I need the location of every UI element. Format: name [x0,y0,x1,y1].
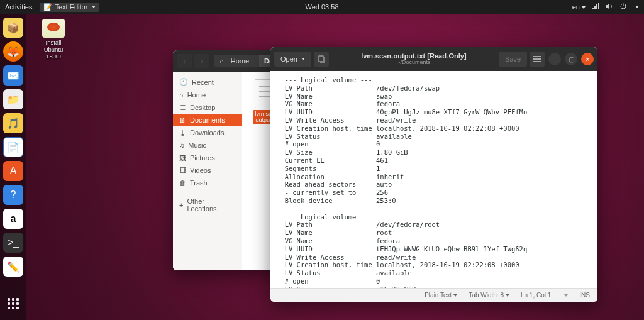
gedit-headerbar: Open lvm-scan-output.txt [Read-Only] ~/D… [270,47,597,71]
back-button[interactable]: ‹ [177,54,192,68]
sidebar-item-documents[interactable]: 🗎Documents [173,114,242,126]
network-icon[interactable] [592,3,599,11]
documents-icon: 🗎 [179,116,186,124]
hamburger-button[interactable] [530,52,545,67]
minimize-button[interactable]: — [548,53,561,65]
sidebar-item-pictures[interactable]: 🖼Pictures [173,152,242,164]
sidebar-item-music[interactable]: ♫Music [173,139,242,152]
status-type[interactable]: Plain Text [425,292,457,299]
system-tray: en [572,3,639,11]
maximize-button[interactable]: ▢ [565,53,577,65]
new-tab-button[interactable] [314,52,329,67]
chevron-down-icon [635,6,639,8]
sidebar-item-other[interactable]: +Other Locations [173,195,242,215]
dock-files[interactable]: 📁 [3,89,23,109]
text-content[interactable]: --- Logical volume --- LV Path /dev/fedo… [270,71,597,288]
svg-rect-1 [319,56,323,62]
status-insert[interactable]: INS [579,292,590,299]
show-applications[interactable] [3,294,23,314]
sidebar-item-recent[interactable]: 🕘Recent [173,75,242,89]
open-button[interactable]: Open [274,52,311,67]
crumb-home[interactable]: ⌂ Home [214,55,259,67]
window-title: lvm-scan-output.txt [Read-Only] ~/Docume… [331,52,496,66]
separator [178,192,236,192]
texteditor-icon: 📝 [43,3,52,11]
dock-software[interactable]: A [3,161,23,181]
lang-indicator[interactable]: en [572,3,586,11]
plus-icon: + [179,201,183,209]
volume-icon[interactable] [606,3,613,11]
desktop-icon-label: Install Ubuntu 18.10 [35,39,72,60]
dock: 📦 🦊 ✉️ 📁 🎵 📄 A ? a >_ ✏️ [0,14,26,320]
close-button[interactable]: ✕ [581,53,594,65]
clock[interactable]: Wed 03:58 [305,3,338,11]
dock-thunderbird[interactable]: ✉️ [3,65,23,86]
sidebar-item-trash[interactable]: 🗑Trash [173,177,242,189]
gedit-window: Open lvm-scan-output.txt [Read-Only] ~/D… [270,47,597,302]
cd-icon [42,19,65,38]
trash-icon: 🗑 [179,179,186,187]
sidebar-item-desktop[interactable]: 🖵Desktop [173,101,242,114]
appmenu-label: Text Editor [55,3,87,11]
pictures-icon: 🖼 [179,154,186,162]
hamburger-icon [533,56,541,62]
sidebar-item-home[interactable]: ⌂Home [173,89,242,101]
desktop-icon-install-ubuntu[interactable]: Install Ubuntu 18.10 [35,19,72,60]
new-doc-icon [318,55,325,63]
dock-rhythmbox[interactable]: 🎵 [3,113,23,133]
forward-button[interactable]: › [194,54,209,68]
music-icon: ♫ [179,141,184,149]
sidebar-item-downloads[interactable]: ⭳Downloads [173,126,242,139]
chevron-down-icon [564,294,568,297]
status-tabwidth[interactable]: Tab Width: 8 [469,292,509,299]
dock-archive[interactable]: 📦 [3,18,23,38]
dock-help[interactable]: ? [3,185,23,205]
top-panel: Activities 📝 Text Editor Wed 03:58 en [0,0,644,14]
save-button[interactable]: Save [499,52,527,67]
gedit-statusbar: Plain Text Tab Width: 8 Ln 1, Col 1 INS [270,288,597,302]
subtitle-text: ~/Documents [331,60,496,66]
power-icon[interactable] [619,3,627,11]
status-position: Ln 1, Col 1 [521,292,551,299]
dock-amazon[interactable]: a [3,209,23,229]
dock-terminal[interactable]: >_ [3,233,23,253]
home-icon: ⌂ [179,91,184,99]
clock-icon: 🕘 [179,78,188,86]
dock-firefox[interactable]: 🦊 [3,41,23,62]
videos-icon: 🎞 [179,167,186,174]
sidebar-item-videos[interactable]: 🎞Videos [173,164,242,177]
dock-gedit[interactable]: ✏️ [3,257,23,277]
chevron-down-icon [92,6,96,8]
dock-libreoffice[interactable]: 📄 [3,137,23,157]
files-sidebar: 🕘Recent ⌂Home 🖵Desktop 🗎Documents ⭳Downl… [173,72,242,270]
activities-button[interactable]: Activities [5,3,32,11]
downloads-icon: ⭳ [179,129,186,136]
appmenu-texteditor[interactable]: 📝 Text Editor [40,3,99,12]
desktop-icon: 🖵 [179,104,186,111]
